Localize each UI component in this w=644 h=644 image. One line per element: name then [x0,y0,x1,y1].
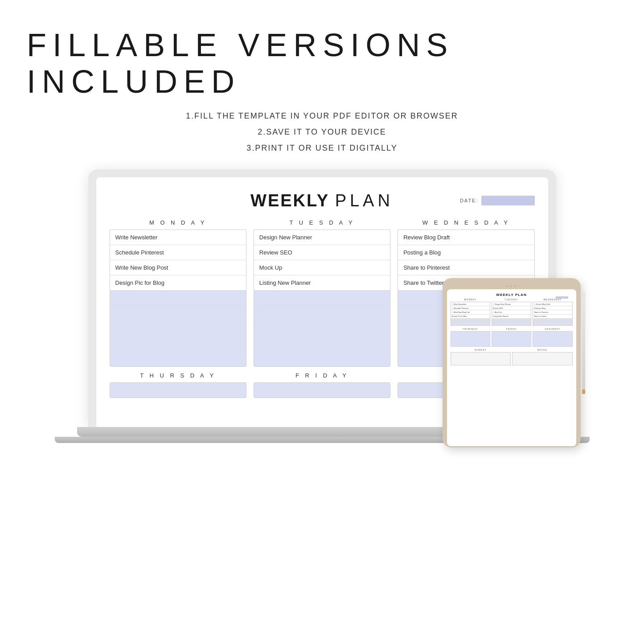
tablet-bottom-grid: THURSDAY FRIDAY SATURDAY [451,328,573,347]
main-title: FILLABLE VERSIONS INCLUDED [27,27,617,100]
date-field: DATE: [460,196,535,205]
tablet-date-box [556,296,568,299]
monday-tasks-box: Write Newsletter Schedule Pinterest Writ… [110,230,246,367]
tablet-mockup: • • • WEEKLY PLAN MONDAY Write Newslette… [443,278,581,447]
friday-label: F R I D A Y [254,372,390,379]
monday-label: M O N D A Y [110,219,246,226]
instruction-3: 3.PRINT IT OR USE IT DIGITALLY [186,140,458,156]
tablet-screen: WEEKLY PLAN MONDAY Write Newsletter Sche… [447,289,576,446]
instruction-2: 2.SAVE IT TO YOUR DEVICE [186,124,458,140]
monday-task-5 [110,291,246,306]
tuesday-task-2: Review SEO [254,245,390,260]
friday-column: F R I D A Y [254,372,390,398]
tuesday-task-8 [254,336,390,351]
monday-task-3: Write New Blog Post [110,260,246,275]
tablet-notes-grid: SUNDAY NOTES [451,349,573,365]
monday-column: M O N D A Y Write Newsletter Schedule Pi… [110,219,246,367]
title-light: PLAN [335,191,394,210]
title-bold: WEEKLY [250,191,329,210]
date-input-box[interactable] [481,196,535,205]
tablet-pencil [582,291,585,394]
monday-task-1: Write Newsletter [110,230,246,245]
instruction-1: 1.FILL THE TEMPLATE IN YOUR PDF EDITOR O… [186,108,458,124]
monday-task-8 [110,336,246,351]
thursday-box [110,382,246,398]
tuesday-column: T U E S D A Y Design New Planner Review … [254,219,390,367]
friday-box [254,382,390,398]
tuesday-task-9 [254,351,390,366]
tablet-top-grid: MONDAY Write Newsletter Schedule Pintere… [451,298,573,326]
tuesday-task-3: Mock Up [254,260,390,275]
weekly-plan-header: WEEKLY PLAN DATE: [110,191,535,210]
wednesday-task-1: Review Blog Draft [398,230,534,245]
wednesday-label: W E D N E S D A Y [398,219,534,226]
tablet-wednesday: WEDNESDAY Review Blog Draft Posting a Bl… [533,298,572,326]
monday-task-7 [110,321,246,336]
tuesday-tasks-box: Design New Planner Review SEO Mock Up Li… [254,230,390,367]
monday-task-9 [110,351,246,366]
monday-task-4: Design Pic for Blog [110,275,246,291]
thursday-column: T H U R S D A Y [110,372,246,398]
thursday-label: T H U R S D A Y [110,372,246,379]
laptop-mockup: WEEKLY PLAN DATE: M O N D A Y Write New [77,169,567,443]
tablet-monday: MONDAY Write Newsletter Schedule Pintere… [451,298,490,326]
tuesday-label: T U E S D A Y [254,219,390,226]
weekly-plan-title: WEEKLY PLAN [250,191,394,210]
tablet-outer: • • • WEEKLY PLAN MONDAY Write Newslette… [443,278,581,447]
tablet-camera-dots: • • • [447,284,576,288]
wednesday-task-3: Share to Pinterest [398,260,534,275]
pencil-tip [582,390,585,394]
monday-task-2: Schedule Pinterest [110,245,246,260]
tuesday-task-6 [254,306,390,321]
tablet-title: WEEKLY PLAN [451,293,573,297]
tablet-tuesday: TUESDAY Design New Planner Review SEO Mo… [492,298,531,326]
wednesday-task-2: Posting a Blog [398,245,534,260]
tuesday-task-7 [254,321,390,336]
tuesday-task-5 [254,291,390,306]
page-wrapper: FILLABLE VERSIONS INCLUDED 1.FILL THE TE… [0,0,644,644]
instructions: 1.FILL THE TEMPLATE IN YOUR PDF EDITOR O… [186,108,458,156]
date-label: DATE: [460,198,479,203]
tuesday-task-4: Listing New Planner [254,275,390,291]
tuesday-task-1: Design New Planner [254,230,390,245]
monday-task-6 [110,306,246,321]
